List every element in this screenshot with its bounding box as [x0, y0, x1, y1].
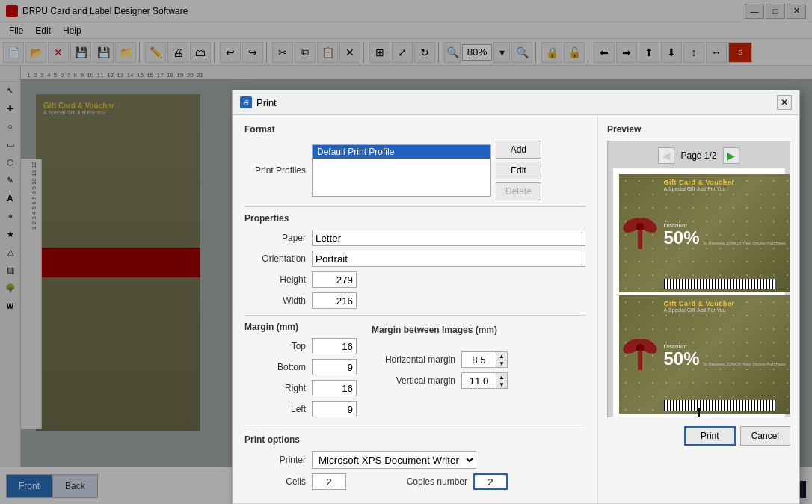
divider-2	[244, 315, 585, 316]
vertical-margin-arrows: ▲ ▼	[496, 372, 508, 389]
format-label: Format	[244, 124, 585, 135]
dialog-title: Print	[256, 97, 277, 108]
horizontal-margin-arrows: ▲ ▼	[496, 351, 508, 368]
print-options-label: Print options	[244, 434, 585, 445]
card1-percent: 50%	[664, 229, 700, 247]
svg-rect-4	[636, 227, 644, 230]
card2-subtitle: A Special Gift Just For You	[664, 307, 788, 313]
vertical-margin-up[interactable]: ▲	[496, 372, 508, 381]
margin-section: Margin (mm) Top Bottom Right	[244, 322, 585, 422]
dialog-right-panel: Preview ◀ Page 1/2 ▶	[597, 115, 799, 503]
printer-select[interactable]: Microsoft XPS Document Writer	[312, 451, 476, 469]
dialog-close-button[interactable]: ✕	[777, 95, 792, 110]
print-dialog: 🖨 Print ✕ Format Print Profiles Default …	[232, 90, 800, 504]
margin-left-group: Margin (mm) Top Bottom Right	[244, 322, 357, 422]
next-page-button[interactable]: ▶	[723, 147, 739, 164]
copies-input[interactable]	[473, 473, 508, 490]
vertical-margin-input[interactable]	[461, 372, 496, 389]
page-indicator: Page 1/2	[680, 150, 716, 161]
orientation-input[interactable]	[312, 251, 585, 267]
vertical-margin-down[interactable]: ▼	[496, 381, 508, 389]
margin-left-row: Left	[244, 401, 357, 417]
cells-input[interactable]	[312, 473, 346, 490]
margin-right-row: Right	[244, 380, 357, 396]
svg-rect-3	[638, 227, 642, 249]
margin-bottom-label: Bottom	[244, 362, 312, 372]
properties-section: Properties Paper Orientation Height	[244, 213, 585, 309]
margin-left-label: Left	[244, 404, 312, 414]
margin-top-input[interactable]	[312, 338, 357, 354]
margin-top-row: Top	[244, 338, 357, 354]
properties-label: Properties	[244, 213, 585, 224]
print-options-section: Print options Printer Microsoft XPS Docu…	[244, 434, 585, 490]
width-row: Width	[244, 292, 585, 309]
horizontal-margin-row: Horizontal margin ▲ ▼	[372, 351, 508, 368]
prev-page-button[interactable]: ◀	[658, 147, 674, 164]
height-input[interactable]	[312, 271, 357, 288]
card2-percent: 50%	[664, 350, 700, 368]
preview-card-2: Gift Card & Voucher A Special Gift Just …	[619, 295, 791, 414]
profile-buttons: Add Edit Delete	[496, 141, 541, 200]
printer-row: Printer Microsoft XPS Document Writer	[244, 451, 585, 469]
edit-profile-button[interactable]: Edit	[496, 162, 541, 179]
arrow-indicator	[695, 408, 704, 417]
orientation-row: Orientation	[244, 251, 585, 267]
width-input[interactable]	[312, 292, 357, 309]
cells-label: Cells	[244, 476, 312, 487]
dialog-title-left: 🖨 Print	[240, 96, 277, 108]
margin-label: Margin (mm)	[244, 322, 357, 332]
width-label: Width	[244, 295, 312, 306]
preview-nav: ◀ Page 1/2 ▶	[614, 147, 784, 164]
dialog-icon: 🖨	[240, 96, 252, 108]
card2-small-text: To Receive 20%Off Your Online Purchase	[703, 362, 786, 368]
svg-rect-9	[636, 348, 644, 351]
vertical-margin-spinner: ▲ ▼	[461, 372, 508, 389]
paper-input[interactable]	[312, 230, 585, 246]
dialog-titlebar: 🖨 Print ✕	[233, 90, 799, 115]
print-button-main[interactable]: Print	[684, 426, 736, 446]
dialog-left-panel: Format Print Profiles Default Print Prof…	[233, 115, 597, 503]
right-panel-buttons: Print Cancel	[607, 426, 790, 446]
delete-profile-button[interactable]: Delete	[496, 182, 541, 200]
horizontal-margin-up[interactable]: ▲	[496, 351, 508, 360]
margin-left-input[interactable]	[312, 401, 357, 417]
height-label: Height	[244, 274, 312, 285]
profiles-box[interactable]: Default Print Profile	[312, 144, 491, 197]
print-profiles-row: Print Profiles Default Print Profile Add…	[244, 141, 585, 200]
paper-label: Paper	[244, 233, 312, 243]
card2-barcode	[664, 400, 775, 411]
printer-label: Printer	[244, 455, 312, 465]
orientation-label: Orientation	[244, 253, 312, 264]
profile-default[interactable]: Default Print Profile	[313, 145, 490, 159]
margin-top-label: Top	[244, 341, 312, 351]
preview-label: Preview	[607, 124, 790, 135]
horizontal-margin-label: Horizontal margin	[372, 354, 461, 365]
margin-bottom-input[interactable]	[312, 359, 357, 375]
horizontal-margin-down[interactable]: ▼	[496, 360, 508, 368]
horizontal-margin-spinner: ▲ ▼	[461, 351, 508, 368]
paper-row: Paper	[244, 230, 585, 246]
card1-barcode	[664, 279, 775, 289]
margin-bottom-row: Bottom	[244, 359, 357, 375]
dialog-overlay: 🖨 Print ✕ Format Print Profiles Default …	[0, 0, 812, 504]
card2-title: Gift Card & Voucher	[664, 300, 788, 307]
divider-1	[244, 206, 585, 207]
add-profile-button[interactable]: Add	[496, 141, 541, 159]
card1-subtitle: A Special Gift Just For You	[664, 186, 788, 191]
print-profiles-label: Print Profiles	[244, 165, 312, 176]
card1-title: Gift Card & Voucher	[664, 179, 788, 186]
cancel-button[interactable]: Cancel	[740, 426, 790, 446]
card1-small-text: To Receive 20%Off Your Online Purchase	[703, 241, 786, 247]
divider-3	[244, 428, 585, 428]
preview-area: ◀ Page 1/2 ▶	[607, 141, 790, 417]
horizontal-margin-input[interactable]	[461, 351, 496, 368]
height-row: Height	[244, 271, 585, 288]
margin-right-input[interactable]	[312, 380, 357, 396]
margin-right-label: Right	[244, 383, 312, 393]
dialog-body: Format Print Profiles Default Print Prof…	[233, 115, 799, 503]
copies-label: Copies number	[391, 476, 473, 487]
svg-rect-8	[638, 348, 642, 370]
format-section: Format Print Profiles Default Print Prof…	[244, 124, 585, 200]
preview-card-1: Gift Card & Voucher A Special Gift Just …	[619, 174, 791, 292]
vertical-margin-row: Vertical margin ▲ ▼	[372, 372, 508, 389]
